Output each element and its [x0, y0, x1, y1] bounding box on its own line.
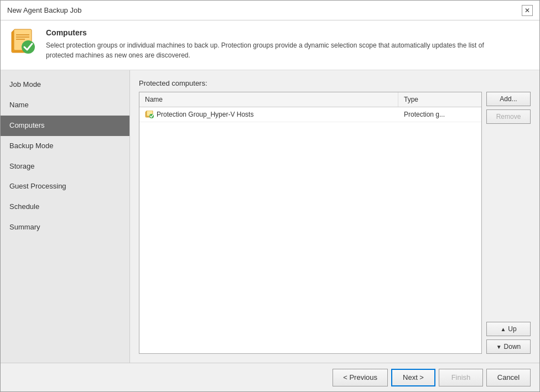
cell-type: Protection g...: [398, 108, 481, 121]
up-button[interactable]: ▲ Up: [486, 322, 531, 336]
section-label: Protected computers:: [139, 79, 531, 87]
col-header-name: Name: [139, 92, 398, 107]
close-button[interactable]: ✕: [522, 5, 533, 16]
sidebar-item-backup-mode[interactable]: Backup Mode: [1, 136, 129, 156]
down-button[interactable]: ▼ Down: [486, 339, 531, 354]
sidebar-item-guest-processing[interactable]: Guest Processing: [1, 176, 129, 197]
header-description: Select protection groups or individual m…: [46, 40, 500, 60]
cancel-button[interactable]: Cancel: [486, 369, 531, 386]
sidebar-item-storage[interactable]: Storage: [1, 156, 129, 177]
dialog-title: New Agent Backup Job: [7, 6, 81, 14]
title-bar: New Agent Backup Job ✕: [1, 1, 539, 20]
previous-button[interactable]: < Previous: [333, 369, 388, 386]
content-area: Protected computers: Name Type: [130, 70, 539, 363]
protection-group-icon: [145, 110, 154, 119]
row-name-value: Protection Group_Hyper-V Hosts: [157, 111, 253, 118]
sidebar-item-schedule[interactable]: Schedule: [1, 197, 129, 217]
action-buttons: Add... Remove ▲ Up ▼ Down: [486, 92, 531, 354]
header-icon: [9, 28, 38, 57]
table-container: Name Type: [139, 92, 531, 354]
sidebar-item-job-mode[interactable]: Job Mode: [1, 75, 129, 95]
header-title: Computers: [46, 28, 500, 37]
remove-button[interactable]: Remove: [486, 109, 531, 124]
dialog: New Agent Backup Job ✕ Computers Select: [0, 0, 540, 392]
sidebar-item-summary[interactable]: Summary: [1, 217, 129, 238]
protected-computers-table: Name Type: [139, 92, 482, 354]
finish-button[interactable]: Finish: [439, 369, 483, 386]
up-arrow-icon: ▲: [500, 326, 506, 332]
bottom-bar: < Previous Next > Finish Cancel: [1, 363, 539, 391]
header-area: Computers Select protection groups or in…: [1, 20, 539, 70]
main-area: Job Mode Name Computers Backup Mode Stor…: [1, 70, 539, 363]
add-button[interactable]: Add...: [486, 92, 531, 106]
table-row[interactable]: Protection Group_Hyper-V Hosts Protectio…: [139, 107, 481, 122]
down-arrow-icon: ▼: [496, 344, 502, 350]
col-header-type: Type: [398, 92, 481, 107]
veeam-backup-icon: [9, 28, 36, 55]
sidebar-item-computers[interactable]: Computers: [1, 116, 129, 136]
cell-name: Protection Group_Hyper-V Hosts: [139, 107, 398, 122]
table-body: Protection Group_Hyper-V Hosts Protectio…: [139, 107, 481, 353]
next-button[interactable]: Next >: [391, 369, 435, 386]
header-text: Computers Select protection groups or in…: [46, 28, 500, 60]
sidebar: Job Mode Name Computers Backup Mode Stor…: [1, 70, 130, 363]
table-header: Name Type: [139, 92, 481, 107]
sidebar-item-name[interactable]: Name: [1, 95, 129, 116]
